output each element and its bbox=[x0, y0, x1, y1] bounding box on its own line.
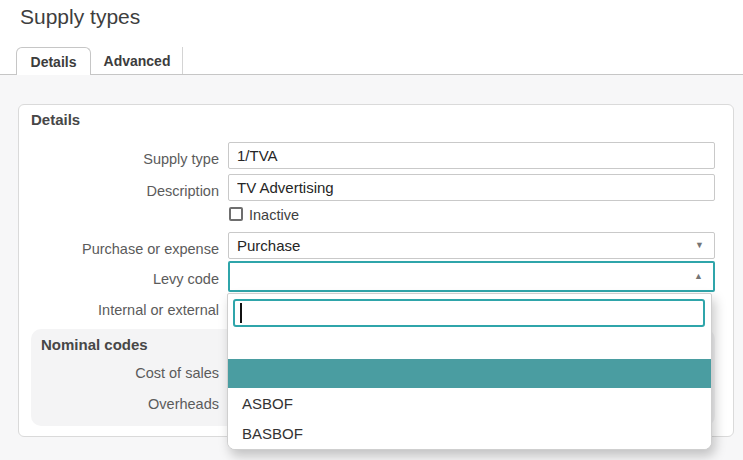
levy-code-label: Levy code bbox=[19, 271, 219, 287]
dropdown-option-blank-1[interactable] bbox=[228, 330, 711, 359]
dropdown-option-basbof[interactable]: BASBOF bbox=[228, 418, 711, 449]
inactive-checkbox[interactable] bbox=[229, 207, 243, 221]
supply-type-input[interactable] bbox=[228, 142, 715, 169]
dropdown-option-asbof[interactable]: ASBOF bbox=[228, 388, 711, 418]
nominal-codes-title: Nominal codes bbox=[41, 336, 148, 353]
tab-advanced-label: Advanced bbox=[104, 53, 171, 69]
supply-types-page: Supply types Details Advanced Details Su… bbox=[0, 0, 743, 460]
inactive-checkbox-label: Inactive bbox=[249, 207, 299, 223]
text-caret bbox=[240, 303, 242, 323]
purchase-or-expense-label: Purchase or expense bbox=[19, 241, 219, 257]
dropdown-search-input[interactable] bbox=[233, 299, 705, 327]
dropdown-option-label: BASBOF bbox=[242, 425, 303, 442]
tab-details-label: Details bbox=[31, 54, 77, 70]
page-title: Supply types bbox=[20, 5, 140, 29]
tabbar-divider bbox=[0, 74, 743, 75]
levy-code-dropdown-panel: ASBOF BASBOF bbox=[227, 293, 712, 450]
supply-type-label: Supply type bbox=[19, 151, 219, 167]
internal-or-external-label: Internal or external bbox=[19, 302, 219, 318]
purchase-or-expense-value: Purchase bbox=[237, 237, 300, 254]
details-section-title: Details bbox=[31, 111, 80, 128]
tab-advanced[interactable]: Advanced bbox=[92, 47, 183, 74]
cost-of-sales-label: Cost of sales bbox=[31, 365, 219, 381]
description-label: Description bbox=[19, 183, 219, 199]
tab-details[interactable]: Details bbox=[16, 47, 91, 75]
description-input[interactable] bbox=[228, 174, 715, 201]
chevron-down-icon: ▼ bbox=[695, 241, 704, 250]
levy-code-select[interactable]: ▲ bbox=[228, 261, 715, 292]
dropdown-option-label: ASBOF bbox=[242, 395, 293, 412]
chevron-up-icon: ▲ bbox=[694, 272, 703, 281]
overheads-label: Overheads bbox=[31, 396, 219, 412]
dropdown-option-blank-2[interactable] bbox=[228, 359, 711, 388]
purchase-or-expense-select[interactable]: Purchase ▼ bbox=[228, 232, 715, 259]
